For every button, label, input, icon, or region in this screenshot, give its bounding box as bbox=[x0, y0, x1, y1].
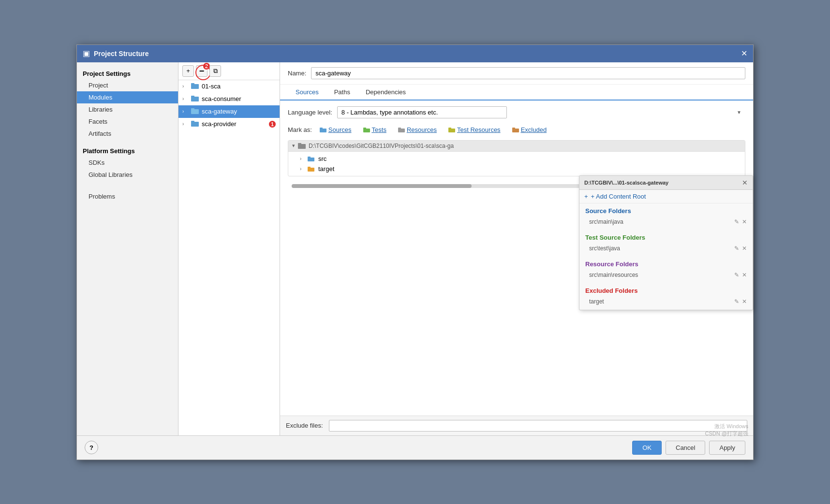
language-level-label: Language level: bbox=[288, 109, 332, 116]
tests-folder-icon bbox=[363, 127, 370, 132]
name-label: Name: bbox=[288, 70, 306, 77]
module-tree: + − 2 ⧉ › 01-sca bbox=[178, 62, 280, 435]
remove-resource-folder-button[interactable]: ✕ bbox=[742, 272, 747, 278]
svg-rect-22 bbox=[308, 168, 314, 172]
sources-folder-icon bbox=[320, 127, 326, 132]
mark-resources-button[interactable]: Resources bbox=[394, 125, 441, 134]
cancel-label: Cancel bbox=[676, 444, 695, 451]
svg-rect-4 bbox=[191, 109, 199, 114]
watermark: 激活 WindowsCSDN @打字超强 bbox=[705, 423, 748, 438]
edit-resource-folder-button[interactable]: ✎ bbox=[734, 272, 739, 278]
remove-test-source-folder-button[interactable]: ✕ bbox=[742, 245, 747, 252]
module-label-sca-consumer: sca-consumer bbox=[202, 95, 241, 102]
edit-test-source-folder-button[interactable]: ✎ bbox=[734, 245, 739, 252]
title-bar: ▣ Project Structure ✕ bbox=[77, 45, 753, 62]
add-module-button[interactable]: + bbox=[182, 65, 194, 77]
svg-rect-16 bbox=[512, 129, 519, 132]
close-button[interactable]: ✕ bbox=[741, 49, 747, 58]
add-icon: + bbox=[584, 193, 588, 200]
language-level-row: Language level: 8 - Lambdas, type annota… bbox=[288, 106, 745, 118]
tab-paths[interactable]: Paths bbox=[326, 85, 358, 101]
excluded-folder-path-0: target bbox=[589, 298, 604, 305]
svg-rect-19 bbox=[298, 143, 301, 144]
sidebar-item-project[interactable]: Project bbox=[77, 79, 178, 91]
expand-chevron[interactable]: ▾ bbox=[292, 143, 295, 149]
overlay-close-button[interactable]: ✕ bbox=[742, 179, 748, 187]
tab-sources[interactable]: Sources bbox=[288, 85, 326, 101]
apply-button[interactable]: Apply bbox=[709, 441, 745, 455]
svg-rect-20 bbox=[308, 158, 314, 161]
resource-folders-title: Resource Folders bbox=[585, 260, 747, 268]
source-folder-actions-0: ✎ ✕ bbox=[734, 218, 747, 225]
svg-rect-5 bbox=[191, 108, 194, 110]
sidebar-item-global-libraries[interactable]: Global Libraries bbox=[77, 169, 178, 181]
tree-item-target[interactable]: › target bbox=[288, 164, 745, 174]
add-content-root-button[interactable]: + + Add Content Root bbox=[579, 190, 753, 203]
dialog-icon: ▣ bbox=[83, 49, 90, 58]
ok-button[interactable]: OK bbox=[632, 441, 662, 455]
chevron-icon-sca-gateway: › bbox=[182, 109, 188, 114]
mark-as-label: Mark as: bbox=[288, 126, 312, 133]
overlay-header: D:\TCGBIV\...\01-sca\sca-gateway ✕ bbox=[579, 176, 753, 190]
sidebar-item-artifacts[interactable]: Artifacts bbox=[77, 128, 178, 140]
mark-excluded-button[interactable]: Excluded bbox=[508, 125, 550, 134]
name-row: Name: bbox=[280, 62, 753, 85]
source-folder-path-0: src\main\java bbox=[589, 218, 623, 225]
remove-excluded-folder-button[interactable]: ✕ bbox=[742, 298, 747, 305]
excluded-folder-item-0: target ✎ ✕ bbox=[585, 297, 747, 306]
content-root-folder-icon bbox=[298, 143, 306, 149]
edit-excluded-folder-button[interactable]: ✎ bbox=[734, 298, 739, 305]
edit-source-folder-button[interactable]: ✎ bbox=[734, 218, 739, 225]
remove-module-button[interactable]: − 2 bbox=[196, 65, 208, 77]
svg-rect-8 bbox=[320, 129, 326, 132]
overlay-path: D:\TCGBIV\...\01-sca\sca-gateway bbox=[584, 180, 668, 186]
copy-module-button[interactable]: ⧉ bbox=[209, 65, 221, 77]
provider-badge: 1 bbox=[268, 120, 277, 129]
svg-rect-15 bbox=[448, 128, 451, 129]
folder-icon-sca-provider bbox=[191, 120, 199, 128]
content-root-section: ▾ D:\TCGBIV\codes\GitCGB2110IVProjects\0… bbox=[288, 140, 745, 176]
source-folders-section: Source Folders src\main\java ✎ ✕ bbox=[579, 203, 753, 230]
svg-rect-11 bbox=[363, 128, 366, 129]
target-folder-icon bbox=[308, 166, 314, 172]
tree-area: › src › target bbox=[288, 152, 745, 176]
sidebar-item-problems[interactable]: Problems bbox=[77, 190, 178, 202]
mark-resources-label: Resources bbox=[407, 126, 437, 133]
sidebar-item-facets[interactable]: Facets bbox=[77, 115, 178, 128]
help-button[interactable]: ? bbox=[85, 441, 98, 454]
cancel-button[interactable]: Cancel bbox=[666, 441, 705, 455]
exclude-input[interactable] bbox=[329, 420, 747, 432]
tree-item-src[interactable]: › src bbox=[288, 154, 745, 164]
excluded-folders-title: Excluded Folders bbox=[585, 287, 747, 294]
svg-rect-23 bbox=[308, 167, 311, 168]
mark-tests-button[interactable]: Tests bbox=[359, 125, 390, 134]
sidebar-item-libraries[interactable]: Libraries bbox=[77, 103, 178, 115]
ok-label: OK bbox=[642, 444, 652, 451]
source-folder-item-0: src\main\java ✎ ✕ bbox=[585, 217, 747, 226]
module-item-sca-consumer[interactable]: › sca-consumer bbox=[178, 93, 280, 105]
svg-rect-10 bbox=[363, 129, 370, 132]
mark-test-resources-button[interactable]: Test Resources bbox=[445, 125, 504, 134]
folder-icon-sca-consumer bbox=[191, 95, 199, 103]
mark-sources-label: Sources bbox=[328, 126, 352, 133]
test-source-folder-actions-0: ✎ ✕ bbox=[734, 245, 747, 252]
module-item-01-sca[interactable]: › 01-sca bbox=[178, 80, 280, 93]
content-root-header: ▾ D:\TCGBIV\codes\GitCGB2110IVProjects\0… bbox=[288, 141, 745, 152]
chevron-icon-sca-provider: › bbox=[182, 121, 188, 127]
target-label: target bbox=[318, 165, 334, 173]
test-source-folders-section: Test Source Folders src\test\java ✎ ✕ bbox=[579, 230, 753, 257]
tab-sources-label: Sources bbox=[296, 88, 319, 96]
tab-dependencies[interactable]: Dependencies bbox=[358, 85, 414, 101]
folder-details-overlay: D:\TCGBIV\...\01-sca\sca-gateway ✕ + + A… bbox=[579, 175, 753, 310]
sidebar-item-sdks[interactable]: SDKs bbox=[77, 157, 178, 169]
sidebar-item-modules[interactable]: Modules bbox=[77, 91, 178, 103]
mark-sources-button[interactable]: Sources bbox=[316, 125, 356, 134]
module-label-sca-provider: sca-provider bbox=[202, 120, 237, 128]
language-level-select[interactable]: 8 - Lambdas, type annotations etc. 11 - … bbox=[337, 106, 507, 118]
module-item-sca-gateway[interactable]: › sca-gateway bbox=[178, 105, 280, 118]
svg-rect-13 bbox=[398, 128, 401, 129]
name-input[interactable] bbox=[311, 67, 745, 79]
remove-source-folder-button[interactable]: ✕ bbox=[742, 218, 747, 225]
src-folder-icon bbox=[308, 156, 314, 161]
module-item-sca-provider[interactable]: › sca-provider 1 bbox=[178, 118, 280, 130]
